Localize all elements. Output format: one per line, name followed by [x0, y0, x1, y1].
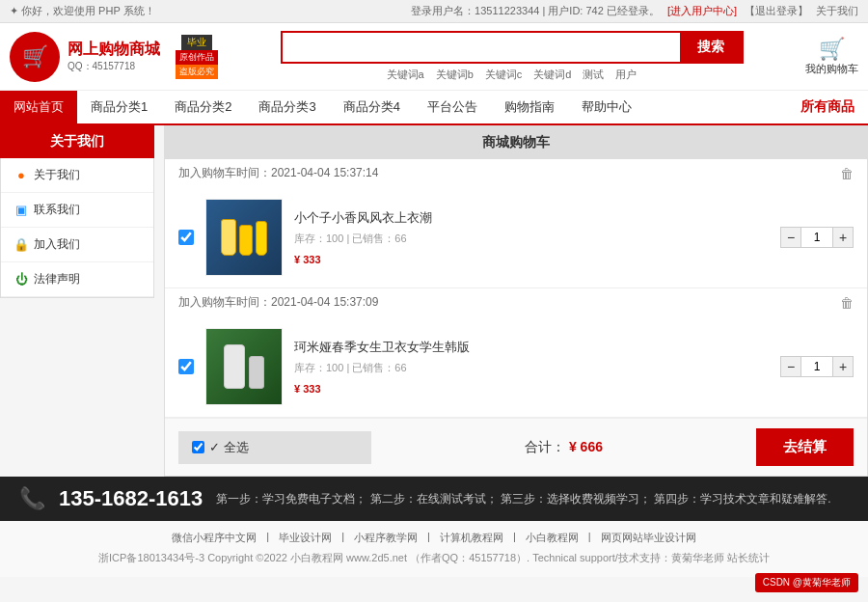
search-input[interactable] — [283, 33, 680, 62]
csdn-badge: CSDN @黄菊华老师 — [755, 573, 858, 577]
footer-link-miniapp[interactable]: 小程序教学网 — [354, 531, 418, 545]
product-info-1: 小个子小香风风衣上衣潮 库存：100 | 已销售：66 ¥ 333 — [294, 209, 769, 266]
content-area: 关于我们 ● 关于我们 ▣ 联系我们 🔒 加入我们 ⏻ 法律声明 商城购物车 — [0, 125, 868, 477]
cart-item-1: 小个子小香风风衣上衣潮 库存：100 | 已销售：66 ¥ 333 − 1 + — [165, 187, 867, 287]
about-link[interactable]: 关于我们 — [816, 4, 858, 18]
cart-time-1: 加入购物车时间：2021-04-04 15:37:14 🗑 — [165, 159, 867, 187]
cart-checkbox-2[interactable] — [178, 359, 194, 374]
product-stock-2: 库存：100 | 已销售：66 — [294, 361, 769, 375]
bottle-1b — [239, 225, 253, 256]
cart-icon: 🛒 — [819, 37, 845, 62]
product-stock-1: 库存：100 | 已销售：66 — [294, 232, 769, 246]
cart-time-label-2: 加入购物车时间：2021-04-04 15:37:09 — [178, 294, 378, 311]
top-bar: ✦ 你好，欢迎使用 PHP 系统！ 登录用户名：13511223344 | 用户… — [0, 0, 868, 23]
product-info-2: 珂米娅春季女生卫衣女学生韩版 库存：100 | 已销售：66 ¥ 333 — [294, 339, 769, 396]
phone-bar: 📞 135-1682-1613 第一步：学习免费电子文档； 第二步：在线测试考试… — [0, 477, 868, 521]
product-price-1: ¥ 333 — [294, 251, 769, 266]
cart-group-2: 加入购物车时间：2021-04-04 15:37:09 🗑 珂米娅春季女生卫衣女… — [165, 288, 867, 418]
keyword-d[interactable]: 关键词d — [533, 68, 571, 82]
spray-main — [224, 344, 245, 389]
badge-bot: 盗版必究 — [176, 65, 218, 79]
cart-time-label-1: 加入购物车时间：2021-04-04 15:37:14 — [178, 165, 378, 181]
footer-links: 微信小程序中文网 | 毕业设计网 | 小程序教学网 | 计算机教程网 | 小白教… — [10, 531, 858, 545]
footer-link-computer[interactable]: 计算机教程网 — [440, 531, 503, 545]
delete-group-1[interactable]: 🗑 — [840, 166, 854, 181]
badge-mid: 原创作品 — [176, 50, 218, 65]
logo-icon: 🛒 — [10, 32, 60, 82]
nav-item-cat2[interactable]: 商品分类2 — [161, 91, 245, 123]
cart-area[interactable]: 🛒 我的购物车 — [805, 37, 858, 76]
select-all-checkbox[interactable] — [192, 441, 204, 453]
legal-icon: ⏻ — [14, 273, 28, 287]
footer-link-wechat[interactable]: 微信小程序中文网 — [172, 531, 257, 545]
sidebar-label-join: 加入我们 — [34, 236, 80, 253]
price-value-1: ¥ 333 — [294, 254, 321, 265]
search-button[interactable]: 搜索 — [680, 33, 742, 62]
nav-item-guide[interactable]: 购物指南 — [491, 91, 568, 123]
qty-decrease-2[interactable]: − — [780, 356, 801, 377]
keyword-a[interactable]: 关键词a — [387, 68, 424, 82]
price-value-2: ¥ 333 — [294, 383, 321, 395]
total-price: ¥ 666 — [569, 439, 603, 454]
cart-footer: ✓ 全选 合计： ¥ 666 去结算 — [165, 418, 867, 476]
select-all-area[interactable]: ✓ 全选 — [178, 431, 371, 464]
footer-link-xiaobai[interactable]: 小白教程网 — [526, 531, 579, 545]
cart-time-2: 加入购物车时间：2021-04-04 15:37:09 🗑 — [165, 288, 867, 316]
qty-decrease-1[interactable]: − — [780, 227, 801, 248]
search-area: 搜索 关键词a 关键词b 关键词c 关键词d 测试 用户 — [281, 31, 744, 82]
footer-copy: 浙ICP备18013434号-3 Copyright ©2022 小白教程网 w… — [10, 550, 858, 567]
nav-item-notice[interactable]: 平台公告 — [414, 91, 491, 123]
footer-link-web[interactable]: 网页网站毕业设计网 — [601, 531, 696, 545]
cart-checkbox-1[interactable] — [178, 230, 194, 245]
qty-value-1: 1 — [801, 227, 832, 248]
keyword-c[interactable]: 关键词c — [485, 68, 523, 82]
phone-icon: 📞 — [19, 486, 45, 511]
user-center-link[interactable]: [进入用户中心] — [667, 4, 737, 18]
keyword-user[interactable]: 用户 — [615, 68, 637, 82]
bottle-1a — [221, 219, 236, 256]
checkout-button[interactable]: 去结算 — [756, 428, 854, 466]
logo-area: 🛒 网上购物商城 QQ：45157718 毕业 原创作品 盗版必究 — [10, 32, 218, 82]
qty-ctrl-1: − 1 + — [780, 227, 854, 248]
product-name-2: 珂米娅春季女生卫衣女学生韩版 — [294, 339, 769, 356]
about-icon: ● — [14, 169, 28, 182]
cart-group-1: 加入购物车时间：2021-04-04 15:37:14 🗑 小个子小香风风衣 — [165, 159, 867, 288]
main-cart: 商城购物车 加入购物车时间：2021-04-04 15:37:14 🗑 — [164, 125, 868, 477]
logout-link[interactable]: 【退出登录】 — [745, 4, 808, 18]
nav-item-cat4[interactable]: 商品分类4 — [330, 91, 414, 123]
footer-link-biye[interactable]: 毕业设计网 — [279, 531, 332, 545]
qty-increase-2[interactable]: + — [832, 356, 854, 377]
product-img-placeholder-1 — [207, 201, 281, 274]
select-all-label: ✓ 全选 — [209, 439, 249, 456]
phone-desc: 第一步：学习免费电子文档； 第二步：在线测试考试； 第三步：选择收费视频学习； … — [216, 491, 849, 507]
nav-item-home[interactable]: 网站首页 — [0, 91, 77, 123]
logo-qq: QQ：45157718 — [68, 60, 160, 73]
sidebar-item-join[interactable]: 🔒 加入我们 — [1, 228, 153, 262]
join-icon: 🔒 — [14, 238, 28, 252]
bottle-group-1 — [221, 219, 267, 256]
product-image-1 — [205, 199, 283, 276]
sidebar-menu: ● 关于我们 ▣ 联系我们 🔒 加入我们 ⏻ 法律声明 — [0, 158, 154, 298]
sidebar-item-about[interactable]: ● 关于我们 — [1, 158, 153, 193]
sidebar-item-contact[interactable]: ▣ 联系我们 — [1, 193, 153, 228]
keywords: 关键词a 关键词b 关键词c 关键词d 测试 用户 — [387, 68, 637, 82]
phone-number: 135-1682-1613 — [59, 486, 203, 511]
qty-value-2: 1 — [801, 356, 832, 377]
spray-group-2 — [224, 344, 264, 389]
sidebar: 关于我们 ● 关于我们 ▣ 联系我们 🔒 加入我们 ⏻ 法律声明 — [0, 125, 154, 477]
contact-icon: ▣ — [14, 204, 28, 217]
product-img-placeholder-2 — [207, 330, 281, 403]
keyword-b[interactable]: 关键词b — [436, 68, 474, 82]
total-label: 合计： — [525, 439, 565, 454]
qty-increase-1[interactable]: + — [832, 227, 854, 248]
delete-group-2[interactable]: 🗑 — [840, 295, 854, 311]
nav-item-cat1[interactable]: 商品分类1 — [77, 91, 161, 123]
nav-item-help[interactable]: 帮助中心 — [568, 91, 645, 123]
logo-main-title: 网上购物商城 — [68, 40, 160, 60]
nav-all-goods[interactable]: 所有商品 — [787, 91, 868, 123]
badge-area: 毕业 原创作品 盗版必究 — [176, 35, 218, 79]
keyword-test[interactable]: 测试 — [583, 68, 604, 82]
nav-item-cat3[interactable]: 商品分类3 — [245, 91, 329, 123]
product-price-2: ¥ 333 — [294, 380, 769, 396]
sidebar-item-legal[interactable]: ⏻ 法律声明 — [1, 262, 153, 297]
